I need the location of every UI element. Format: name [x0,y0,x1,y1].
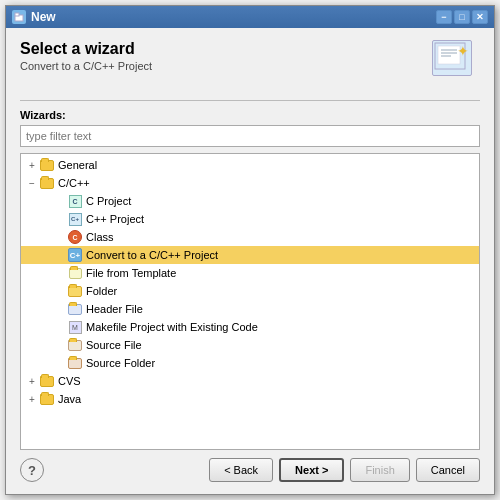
tree-item-convert[interactable]: C+ Convert to a C/C++ Project [21,246,479,264]
tree-label-sourcefolder: Source Folder [86,357,155,369]
convert-icon: C+ [67,248,83,262]
window-controls: − □ ✕ [436,10,488,24]
help-button[interactable]: ? [20,458,44,482]
minimize-button[interactable]: − [436,10,452,24]
tree-item-headerfile[interactable]: Header File [21,300,479,318]
next-button[interactable]: Next > [279,458,344,482]
back-button[interactable]: < Back [209,458,273,482]
class-icon: C [67,230,83,244]
footer-buttons: ? < Back Next > Finish Cancel [20,450,480,486]
folder-icon-general [39,158,55,172]
tree-label-cproject: C Project [86,195,131,207]
wizard-tree: + General − C/C++ C C Project [20,153,480,450]
header-icon: ✦ [432,40,480,88]
tree-item-folder[interactable]: Folder [21,282,479,300]
dialog-title: Select a wizard [20,40,422,58]
window-icon [12,10,26,24]
sparkle-icon: ✦ [457,43,469,59]
tree-label-cppproject: C++ Project [86,213,144,225]
expand-icon-folder [53,284,67,298]
tree-item-cproject[interactable]: C C Project [21,192,479,210]
folder-icon-sourcefolder [67,356,83,370]
navigation-buttons: < Back Next > Finish Cancel [209,458,480,482]
expand-icon-sourcefile [53,338,67,352]
svg-rect-1 [15,13,19,16]
file-icon-cproject: C [67,194,83,208]
expand-icon-cpp: − [25,176,39,190]
expand-icon-makefile [53,320,67,334]
tree-label-headerfile: Header File [86,303,143,315]
tree-label-cvs: CVS [58,375,81,387]
tree-item-sourcefile[interactable]: Source File [21,336,479,354]
expand-icon-class [53,230,67,244]
tree-label-fromtemplate: File from Template [86,267,176,279]
expand-icon-sourcefolder [53,356,67,370]
tree-item-cppproject[interactable]: C+ C++ Project [21,210,479,228]
wizards-label: Wizards: [20,109,480,121]
header-text: Select a wizard Convert to a C/C++ Proje… [20,40,422,72]
tree-item-class[interactable]: C Class [21,228,479,246]
tree-item-fromtemplate[interactable]: File from Template [21,264,479,282]
tree-item-java[interactable]: + Java [21,390,479,408]
tree-list[interactable]: + General − C/C++ C C Project [21,154,479,449]
tree-item-sourcefolder[interactable]: Source Folder [21,354,479,372]
cancel-button[interactable]: Cancel [416,458,480,482]
window-title: New [31,10,56,24]
tree-label-java: Java [58,393,81,405]
expand-icon-convert [53,248,67,262]
filter-input[interactable] [20,125,480,147]
tree-label-convert: Convert to a C/C++ Project [86,249,218,261]
tree-label-cpp: C/C++ [58,177,90,189]
makefile-icon: M [67,320,83,334]
tree-item-general[interactable]: + General [21,156,479,174]
file-icon-sourcefile [67,338,83,352]
tree-label-general: General [58,159,97,171]
file-icon-fromtemplate [67,266,83,280]
folder-icon-java [39,392,55,406]
tree-item-cpp[interactable]: − C/C++ [21,174,479,192]
tree-label-class: Class [86,231,114,243]
folder-icon-cpp [39,176,55,190]
wizard-icon: ✦ [432,40,472,76]
expand-icon-java: + [25,392,39,406]
maximize-button[interactable]: □ [454,10,470,24]
tree-item-makefile[interactable]: M Makefile Project with Existing Code [21,318,479,336]
header-separator [20,100,480,101]
folder-icon-folder [67,284,83,298]
tree-label-folder: Folder [86,285,117,297]
expand-icon-headerfile [53,302,67,316]
folder-icon-cvs [39,374,55,388]
expand-icon-cppproject [53,212,67,226]
dialog-window: New − □ ✕ Select a wizard Convert to a C… [5,5,495,495]
header-section: Select a wizard Convert to a C/C++ Proje… [20,40,480,88]
file-icon-cppproject: C+ [67,212,83,226]
expand-icon-cproject [53,194,67,208]
dialog-subtitle: Convert to a C/C++ Project [20,60,422,72]
tree-label-makefile: Makefile Project with Existing Code [86,321,258,333]
expand-icon-cvs: + [25,374,39,388]
expand-icon-general: + [25,158,39,172]
expand-icon-fromtemplate [53,266,67,280]
title-bar: New − □ ✕ [6,6,494,28]
close-button[interactable]: ✕ [472,10,488,24]
tree-item-cvs[interactable]: + CVS [21,372,479,390]
dialog-content: Select a wizard Convert to a C/C++ Proje… [6,28,494,494]
finish-button[interactable]: Finish [350,458,409,482]
file-icon-headerfile [67,302,83,316]
tree-label-sourcefile: Source File [86,339,142,351]
